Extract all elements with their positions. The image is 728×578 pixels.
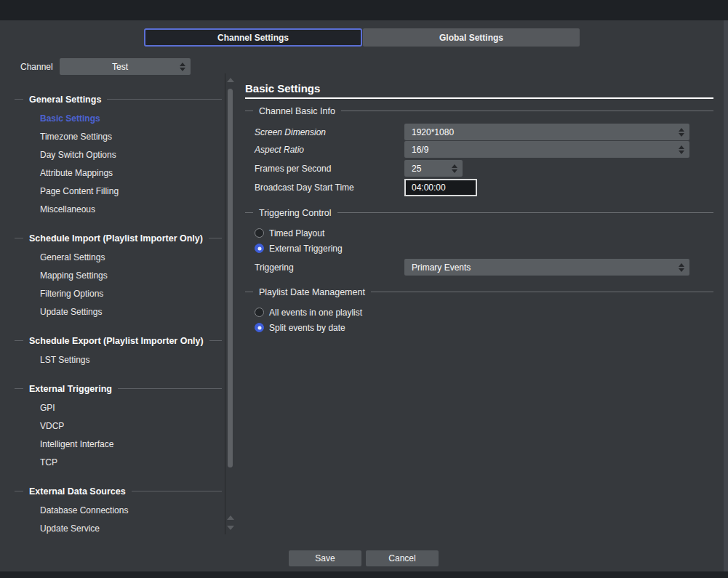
radio-button-icon[interactable]: [255, 228, 264, 238]
all-events-one-playlist-label: All events in one playlist: [269, 308, 362, 318]
channel-label: Channel: [20, 62, 53, 72]
tab-global-settings[interactable]: Global Settings: [363, 28, 580, 47]
spinner-icon: [679, 145, 684, 154]
radio-button-icon[interactable]: [255, 308, 264, 317]
split-events-by-date-label: Split events by date: [269, 323, 345, 333]
sidebar-item-vdcp[interactable]: VDCP: [15, 417, 222, 435]
nav-section-title: Schedule Import (Playlist Importer Only): [15, 232, 222, 244]
triggering-label: Triggering: [245, 262, 404, 273]
sidebar-item-update-settings[interactable]: Update Settings: [15, 303, 222, 321]
nav-section-general-settings: General Settings Basic Settings Timezone…: [15, 93, 222, 219]
form-row-triggering: Triggering Primary Events: [245, 259, 713, 276]
window-right-edge: [724, 20, 728, 571]
scroll-down-icon[interactable]: [227, 526, 234, 530]
broadcast-day-start-time-label: Broadcast Day Start Time: [245, 182, 404, 193]
spinner-icon: [679, 263, 684, 272]
screen-dimension-select[interactable]: 1920*1080: [404, 124, 689, 140]
tab-channel-settings[interactable]: Channel Settings: [144, 28, 362, 47]
nav-section-external-triggering: External Triggering GPI VDCP Intelligent…: [15, 382, 222, 472]
radio-button-icon[interactable]: [255, 244, 264, 253]
form-row-frames-per-second: Frames per Second 25: [245, 160, 713, 177]
triggering-value: Primary Events: [412, 262, 471, 273]
screen-dimension-value: 1920*1080: [412, 127, 454, 137]
basic-settings-panel: Basic Settings Channel Basic Info Screen…: [245, 82, 713, 335]
sidebar-item-page-content-filling[interactable]: Page Content Filling: [15, 182, 222, 201]
sidebar-item-update-service[interactable]: Update Service: [15, 520, 222, 538]
sidebar-item-timezone-settings[interactable]: Timezone Settings: [15, 128, 222, 146]
screen-dimension-label: Screen Dimension: [245, 127, 404, 137]
broadcast-day-start-time-input[interactable]: [404, 179, 477, 196]
frames-per-second-value: 25: [412, 164, 421, 174]
nav-section-title: General Settings: [15, 93, 222, 105]
spinner-icon: [679, 128, 684, 137]
radio-row-all-events-one-playlist[interactable]: All events in one playlist: [245, 305, 713, 320]
sidebar-item-import-general-settings[interactable]: General Settings: [15, 249, 222, 267]
aspect-ratio-select[interactable]: 16/9: [404, 141, 689, 158]
sidebar-item-lst-settings[interactable]: LST Settings: [15, 351, 222, 369]
frames-per-second-label: Frames per Second: [245, 164, 404, 174]
sidebar-item-attribute-mappings[interactable]: Attribute Mappings: [15, 164, 222, 182]
channel-select-value: Test: [112, 62, 128, 72]
sidebar-item-intelligent-interface[interactable]: Intelligent Interface: [15, 435, 222, 454]
aspect-ratio-label: Aspect Ratio: [245, 145, 404, 155]
window-titlebar: [0, 0, 728, 20]
window-bottom-bar: [0, 571, 728, 578]
radio-row-timed-playout[interactable]: Timed Playout: [245, 225, 713, 241]
sidebar-item-day-switch-options[interactable]: Day Switch Options: [15, 146, 222, 164]
timed-playout-label: Timed Playout: [269, 228, 324, 238]
form-row-broadcast-day-start-time: Broadcast Day Start Time: [245, 179, 713, 196]
group-title-triggering-control: Triggering Control: [245, 206, 713, 219]
nav-section-external-data-sources: External Data Sources Database Connectio…: [15, 485, 222, 538]
sidebar-item-miscellaneous[interactable]: Miscellaneous: [15, 201, 222, 219]
group-title-channel-basic-info: Channel Basic Info: [245, 105, 713, 117]
cancel-button[interactable]: Cancel: [366, 550, 439, 566]
nav-section-schedule-export: Schedule Export (Playlist Importer Only)…: [15, 334, 222, 369]
sidebar-item-filtering-options[interactable]: Filtering Options: [15, 285, 222, 303]
sidebar-scrollbar-track: [225, 73, 225, 534]
spinner-icon: [180, 63, 185, 71]
form-row-aspect-ratio: Aspect Ratio 16/9: [245, 141, 713, 158]
nav-section-schedule-import: Schedule Import (Playlist Importer Only)…: [15, 232, 222, 321]
group-title-playlist-date-management: Playlist Date Management: [245, 286, 713, 298]
sidebar-item-gpi[interactable]: GPI: [15, 399, 222, 417]
nav-section-title: External Data Sources: [15, 485, 222, 497]
nav-section-title: Schedule Export (Playlist Importer Only): [15, 334, 222, 347]
sidebar-scrollbar-thumb[interactable]: [228, 89, 233, 467]
sidebar-item-tcp[interactable]: TCP: [15, 454, 222, 472]
form-row-screen-dimension: Screen Dimension 1920*1080: [245, 124, 713, 140]
radio-row-split-events-by-date[interactable]: Split events by date: [245, 320, 713, 335]
radio-row-external-triggering[interactable]: External Triggering: [245, 241, 713, 256]
scroll-up-icon[interactable]: [227, 515, 234, 520]
spinner-icon: [452, 164, 457, 173]
page-title: Basic Settings: [245, 82, 713, 99]
sidebar-item-mapping-settings[interactable]: Mapping Settings: [15, 267, 222, 285]
settings-nav-sidebar: General Settings Basic Settings Timezone…: [15, 93, 222, 551]
scroll-up-icon[interactable]: [227, 78, 234, 82]
save-button[interactable]: Save: [289, 550, 361, 566]
sidebar-item-database-connections[interactable]: Database Connections: [15, 502, 222, 520]
radio-button-icon[interactable]: [255, 323, 264, 332]
aspect-ratio-value: 16/9: [412, 145, 428, 155]
external-triggering-label: External Triggering: [269, 244, 343, 254]
triggering-select[interactable]: Primary Events: [404, 259, 689, 276]
channel-select[interactable]: Test: [60, 58, 191, 75]
nav-section-title: External Triggering: [15, 382, 222, 395]
frames-per-second-select[interactable]: 25: [404, 160, 463, 177]
sidebar-item-basic-settings[interactable]: Basic Settings: [15, 110, 222, 128]
